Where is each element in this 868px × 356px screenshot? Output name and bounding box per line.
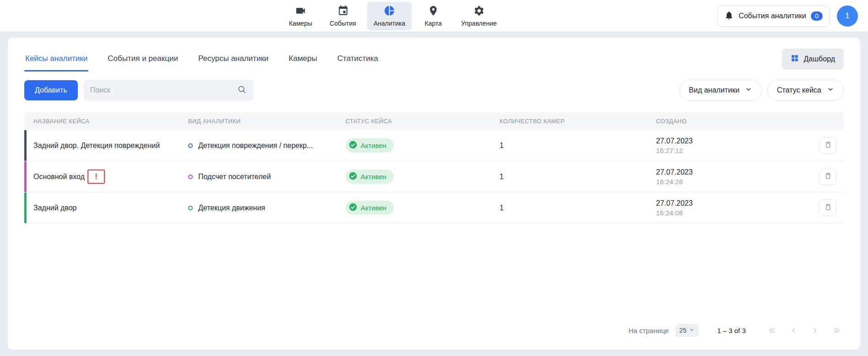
- analytics-type: Детекция движения: [188, 204, 346, 212]
- row-accent-bar: [24, 161, 27, 192]
- add-case-button[interactable]: Добавить: [24, 80, 78, 100]
- search-icon: [237, 85, 247, 96]
- nav-item-management[interactable]: Управление: [455, 2, 503, 30]
- search-box: [83, 80, 254, 101]
- status-check-icon: [349, 172, 357, 181]
- table-row[interactable]: Задний двор Детекция движения Активен 1: [24, 192, 844, 224]
- per-page-chevron-icon: [689, 327, 694, 334]
- case-name: Задний двор. Детекция повреждений: [24, 142, 188, 150]
- analytics-type-dot: [188, 206, 193, 210]
- nav-item-map[interactable]: Карта: [416, 2, 450, 30]
- dashboard-button[interactable]: Дашборд: [782, 49, 844, 70]
- per-page-select[interactable]: 25: [675, 324, 699, 337]
- case-status-cell: Активен: [346, 138, 500, 153]
- nav-item-label: Управление: [461, 20, 497, 27]
- nav-item-analytics[interactable]: Аналитика: [367, 2, 412, 30]
- tab-analytics-resources[interactable]: Ресурсы аналитики: [197, 52, 270, 71]
- trash-icon: [824, 141, 832, 150]
- dashboard-grid-icon: [791, 54, 799, 64]
- analytics-events-button[interactable]: События аналитики 0: [717, 5, 830, 27]
- tabs: Кейсы аналитики События и реакции Ресурс…: [24, 52, 379, 71]
- analytics-type-dot: [188, 175, 193, 179]
- created-at: 27.07.2023 16:27:12: [656, 137, 803, 154]
- map-icon: [428, 5, 439, 18]
- status-badge: Активен: [346, 138, 394, 153]
- tab-analytics-cases[interactable]: Кейсы аналитики: [24, 52, 88, 71]
- row-accent-bar: [24, 192, 27, 223]
- created-at: 27.07.2023 16:24:28: [656, 168, 803, 186]
- dashboard-button-label: Дашборд: [804, 55, 835, 63]
- column-header-cameras: КОЛИЧЕСТВО КАМЕР: [499, 118, 656, 125]
- delete-case-button[interactable]: [819, 168, 836, 185]
- row-actions: [803, 137, 844, 154]
- nav-item-events[interactable]: События: [323, 2, 363, 30]
- case-status-cell: Активен: [346, 170, 500, 184]
- tab-statistics[interactable]: Статистика: [336, 52, 379, 71]
- case-status-cell: Активен: [346, 201, 500, 215]
- main-nav: Камеры События Аналитика Карта Управлени…: [282, 0, 503, 32]
- page-background: Кейсы аналитики События и реакции Ресурс…: [0, 32, 868, 356]
- tabs-row: Кейсы аналитики События и реакции Ресурс…: [24, 38, 844, 75]
- chevron-down-icon: [745, 86, 752, 95]
- last-page-icon[interactable]: [831, 325, 842, 336]
- search-input[interactable]: [90, 86, 237, 94]
- notification-badge: 0: [811, 11, 823, 21]
- filter-analytics-type-label: Вид аналитики: [689, 86, 740, 94]
- cases-table: НАЗВАНИЕ КЕЙСА ВИД АНАЛИТИКИ СТАТУС КЕЙС…: [24, 112, 844, 224]
- per-page-label: На странице: [629, 327, 669, 334]
- prev-page-icon[interactable]: [788, 325, 799, 336]
- chevron-down-icon: [827, 86, 834, 95]
- nav-item-label: События: [330, 20, 356, 27]
- next-page-icon[interactable]: [810, 325, 820, 336]
- trash-icon: [824, 203, 832, 213]
- created-at: 27.07.2023 16:24:08: [656, 199, 803, 217]
- topbar-right: События аналитики 0 1: [717, 0, 858, 32]
- delete-case-button[interactable]: [819, 137, 836, 154]
- nav-item-cameras[interactable]: Камеры: [282, 2, 319, 30]
- column-header-name: НАЗВАНИЕ КЕЙСА: [24, 118, 188, 125]
- tab-cameras[interactable]: Камеры: [288, 52, 318, 71]
- toolbar: Добавить Вид аналитики Статус кейса: [24, 80, 844, 101]
- filter-case-status[interactable]: Статус кейса: [767, 80, 844, 101]
- camera-count: 1: [499, 142, 656, 150]
- camera-icon: [295, 5, 306, 18]
- top-navigation-bar: Камеры События Аналитика Карта Управлени…: [0, 0, 868, 32]
- gear-icon: [473, 5, 485, 18]
- analytics-icon: [384, 5, 395, 18]
- status-badge: Активен: [346, 201, 394, 215]
- row-accent-bar: [24, 130, 27, 161]
- delete-case-button[interactable]: [819, 199, 836, 216]
- analytics-type: Детекция повреждения / перекр...: [188, 142, 346, 150]
- status-check-icon: [349, 141, 357, 150]
- pagination-arrows: [767, 325, 842, 336]
- status-badge: Активен: [346, 170, 394, 184]
- analytics-cases-card: Кейсы аналитики События и реакции Ресурс…: [8, 38, 860, 350]
- filter-analytics-type[interactable]: Вид аналитики: [679, 80, 762, 101]
- table-row[interactable]: Основной вход ! Подсчет посетителей Акти…: [24, 161, 844, 192]
- analytics-events-label: События аналитики: [738, 12, 806, 20]
- analytics-type: Подсчет посетителей: [188, 173, 346, 181]
- trash-icon: [824, 172, 832, 181]
- column-header-created: СОЗДАНО: [656, 118, 803, 125]
- first-page-icon[interactable]: [767, 325, 777, 336]
- column-header-type: ВИД АНАЛИТИКИ: [188, 118, 346, 125]
- nav-item-label: Аналитика: [374, 20, 405, 27]
- status-check-icon: [349, 203, 357, 213]
- bell-icon: [724, 11, 734, 22]
- nav-item-label: Камеры: [289, 20, 312, 27]
- camera-count: 1: [499, 173, 656, 181]
- pagination: На странице 25 1 – 3 of 3: [24, 316, 844, 345]
- table-row[interactable]: Задний двор. Детекция повреждений Детекц…: [24, 130, 844, 161]
- pagination-range: 1 – 3 of 3: [717, 327, 746, 334]
- filter-case-status-label: Статус кейса: [777, 86, 821, 94]
- row-actions: [803, 199, 844, 216]
- column-header-status: СТАТУС КЕЙСА: [346, 118, 500, 125]
- warning-icon: !: [87, 170, 105, 184]
- analytics-type-dot: [188, 143, 193, 148]
- case-name: Задний двор: [24, 204, 188, 212]
- table-header: НАЗВАНИЕ КЕЙСА ВИД АНАЛИТИКИ СТАТУС КЕЙС…: [24, 112, 844, 130]
- camera-count: 1: [499, 204, 656, 212]
- nav-item-label: Карта: [425, 20, 442, 27]
- user-avatar[interactable]: 1: [837, 5, 858, 27]
- tab-events-reactions[interactable]: События и реакции: [107, 52, 179, 71]
